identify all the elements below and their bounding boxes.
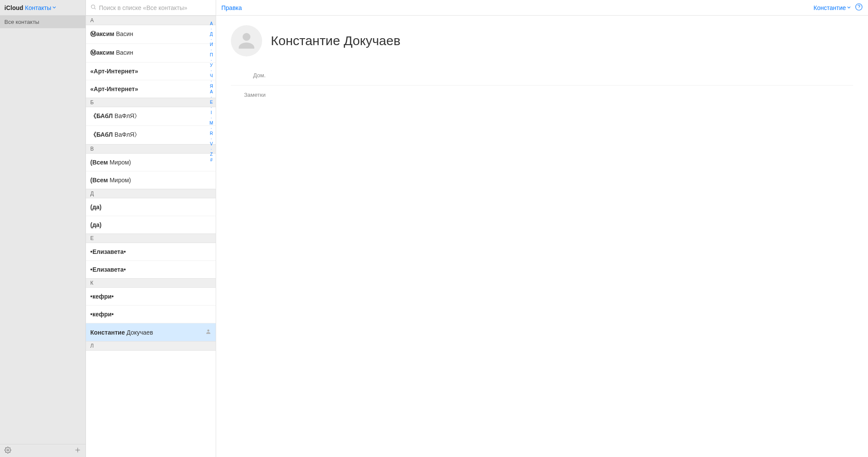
alpha-dot: • [211,106,212,109]
avatar[interactable] [231,25,262,56]
contact-row[interactable]: (да) [86,198,216,216]
chevron-down-icon [53,6,56,10]
alpha-letter[interactable]: Д [210,32,213,36]
contact-title: Константие Докучаев [271,33,401,48]
account-menu[interactable]: Константие [814,4,851,11]
section-header: Б [86,98,216,107]
contact-name: (да) [90,221,102,228]
contact-name: (Всем Миром) [90,177,131,184]
contact-name: (да) [90,204,102,210]
section-header: Д [86,189,216,198]
sidebar: iCloud Контакты Все контакты [0,0,86,457]
detail-body: Константие Докучаев Дом.Заметки [216,16,868,112]
search-input[interactable] [99,4,211,11]
alpha-dot: • [211,148,212,151]
detail-field-row: Заметки [231,85,853,102]
search-icon [90,4,96,11]
contact-row[interactable]: Ⓜаксим Васин [86,43,216,62]
svg-point-3 [859,8,859,9]
alpha-dot: • [211,48,212,52]
account-name-label: Константие [814,4,846,11]
contact-row[interactable]: Ⓜаксим Васин [86,25,216,43]
contact-name: «Арт-Интернет» [90,68,138,75]
alpha-letter[interactable]: # [210,158,213,162]
alpha-letter[interactable]: Z [210,152,213,157]
section-header: К [86,278,216,288]
contact-name: Ⓜаксим Васин [90,30,133,38]
contact-row[interactable]: •кефри• [86,305,216,323]
svg-point-1 [91,5,95,8]
contact-name: •кефри• [90,293,114,300]
chevron-down-icon [847,6,851,10]
contact-row[interactable]: Константие Докучаев [86,323,216,341]
contact-row[interactable]: (Всем Миром) [86,154,216,171]
contact-list-column: АⓂаксим ВасинⓂаксим Васин«Арт-Интернет»«… [86,0,216,457]
contact-scroll[interactable]: АⓂаксим ВасинⓂаксим Васин«Арт-Интернет»«… [86,16,216,457]
contact-name: «Арт-Интернет» [90,85,138,92]
plus-icon[interactable] [74,447,81,455]
alpha-dot: • [211,79,212,83]
contact-row[interactable]: 《БАбЛ ВаФлЯ》 [86,125,216,144]
search-bar [86,0,216,16]
contact-row[interactable]: •Елизавета• [86,243,216,260]
alpha-dot: • [211,137,212,141]
alpha-dot: • [211,38,212,41]
brand-label: iCloud [4,4,23,11]
help-icon[interactable] [855,3,863,12]
field-label: Дом. [231,72,266,79]
contact-name: Константие Докучаев [90,329,153,336]
sidebar-group-item[interactable]: Все контакты [0,16,85,28]
alpha-letter[interactable]: У [210,63,213,68]
edit-button[interactable]: Правка [221,4,242,11]
contact-row[interactable]: «Арт-Интернет» [86,80,216,98]
alpha-letter[interactable]: А [210,22,213,26]
alpha-dot: • [211,116,212,120]
section-header: Е [86,233,216,243]
detail-fields: Дом.Заметки [231,69,853,102]
svg-point-0 [7,449,9,451]
contact-row[interactable]: •Елизавета• [86,260,216,278]
detail-header: Правка Константие [216,0,868,16]
contact-name: •Елизавета• [90,248,126,255]
sidebar-footer [0,444,85,457]
detail-header-right: Константие [814,3,863,12]
contact-row[interactable]: «Арт-Интернет» [86,62,216,80]
alpha-letter[interactable]: Я [210,84,213,89]
contact-name: Ⓜаксим Васин [90,49,133,57]
alpha-dot: • [211,95,212,99]
alpha-dot: • [211,69,212,72]
app-switcher[interactable]: Контакты [25,4,56,11]
section-header: В [86,144,216,154]
detail-pane: Правка Константие Константие [216,0,868,457]
field-value[interactable] [273,72,853,79]
sidebar-header: iCloud Контакты [0,0,85,16]
contact-name: •кефри• [90,311,114,318]
contact-name: 《БАбЛ ВаФлЯ》 [90,131,140,139]
contact-row[interactable]: 《БАбЛ ВаФлЯ》 [86,107,216,125]
contact-name: •Елизавета• [90,266,126,273]
field-value[interactable] [273,92,853,99]
alpha-letter[interactable]: П [210,53,213,57]
section-header: Л [86,341,216,351]
alpha-letter[interactable]: E [210,100,213,105]
alpha-index-rail[interactable]: А•Д•И•П•У•Ч•ЯA•E•I•M•R•V•Z# [208,22,215,453]
alpha-letter[interactable]: И [210,43,213,47]
alpha-letter[interactable]: I [211,111,212,115]
contact-last-name: Докучаев [344,33,401,48]
alpha-letter[interactable]: M [210,121,213,125]
alpha-letter[interactable]: Ч [210,74,213,78]
contact-first-name: Константие [271,33,340,48]
alpha-letter[interactable]: A [210,90,213,94]
contact-row[interactable]: •кефри• [86,288,216,305]
app-name-label: Контакты [25,4,51,11]
contact-row[interactable]: (Всем Миром) [86,171,216,189]
contact-name: 《БАбЛ ВаФлЯ》 [90,112,140,120]
alpha-letter[interactable]: V [210,142,213,146]
contact-row[interactable]: (да) [86,216,216,233]
alpha-dot: • [211,127,212,130]
section-header: А [86,16,216,25]
group-list: Все контакты [0,16,85,444]
gear-icon[interactable] [4,447,11,455]
contact-title-row: Константие Докучаев [231,25,853,56]
alpha-letter[interactable]: R [210,132,213,136]
